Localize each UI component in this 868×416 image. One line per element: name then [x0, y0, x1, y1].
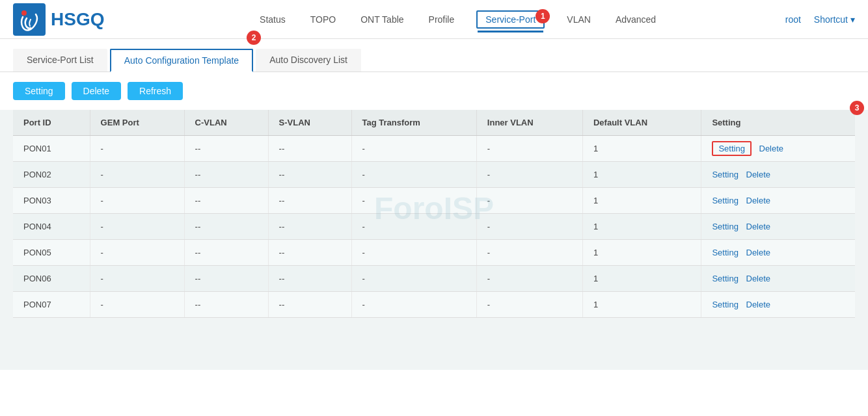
cell-gem-port: - — [90, 188, 184, 214]
logo-text: HSGQ — [51, 9, 104, 30]
table-container: Port ID GEM Port C-VLAN S-VLAN Tag Trans… — [0, 110, 868, 370]
cell-gem-port: - — [90, 266, 184, 292]
col-tag-transform: Tag Transform — [351, 110, 476, 136]
action-delete-link[interactable]: Delete — [746, 170, 771, 179]
cell-port-id: PON06 — [13, 266, 90, 292]
nav-service-port[interactable]: Service-Port — [476, 10, 545, 29]
cell-tag-transform: - — [351, 266, 476, 292]
nav-shortcut[interactable]: Shortcut ▾ — [814, 14, 855, 25]
cell-default-vlan: 1 — [582, 266, 701, 292]
cell-tag-transform: - — [351, 188, 476, 214]
action-delete-link[interactable]: Delete — [746, 248, 771, 257]
nav-advanced[interactable]: Advanced — [613, 10, 658, 29]
tab-auto-config[interactable]: Auto Configuration Template — [110, 49, 253, 72]
cell-inner-vlan: - — [476, 188, 582, 214]
badge-1: 1 — [536, 9, 550, 23]
cell-gem-port: - — [90, 136, 184, 162]
table-row: PON02 - -- -- - - 1 Setting Delete — [13, 162, 855, 188]
nav-vlan[interactable]: VLAN — [564, 10, 593, 29]
cell-actions: Setting Delete — [701, 162, 855, 188]
action-setting-link[interactable]: Setting — [712, 248, 738, 257]
main-nav: Status TOPO ONT Table Profile Service-Po… — [130, 10, 785, 29]
table-row: PON03 - -- -- - - 1 Setting Delete — [13, 188, 855, 214]
cell-default-vlan: 1 — [582, 214, 701, 240]
action-delete-link[interactable]: Delete — [759, 144, 784, 153]
setting-button[interactable]: Setting — [13, 82, 65, 100]
cell-inner-vlan: - — [476, 136, 582, 162]
nav-ont-table[interactable]: ONT Table — [358, 10, 406, 29]
cell-s-vlan: -- — [268, 162, 351, 188]
table-row: PON06 - -- -- - - 1 Setting Delete — [13, 266, 855, 292]
cell-inner-vlan: - — [476, 162, 582, 188]
action-setting-link[interactable]: Setting — [712, 300, 738, 309]
action-setting-link[interactable]: Setting — [712, 274, 738, 283]
tab-auto-config-wrap: Auto Configuration Template 2 — [110, 49, 253, 72]
cell-port-id: PON05 — [13, 240, 90, 266]
action-delete-link[interactable]: Delete — [746, 222, 771, 231]
cell-actions: Setting Delete — [701, 240, 855, 266]
col-c-vlan: C-VLAN — [184, 110, 268, 136]
main-table: Port ID GEM Port C-VLAN S-VLAN Tag Trans… — [13, 110, 855, 318]
cell-actions: Setting Delete — [701, 214, 855, 240]
action-delete-link[interactable]: Delete — [746, 274, 771, 283]
cell-tag-transform: - — [351, 136, 476, 162]
col-default-vlan: Default VLAN — [582, 110, 701, 136]
action-delete-link[interactable]: Delete — [746, 300, 771, 309]
cell-s-vlan: -- — [268, 188, 351, 214]
cell-default-vlan: 1 — [582, 240, 701, 266]
nav-status[interactable]: Status — [257, 10, 288, 29]
tab-service-port-list[interactable]: Service-Port List — [13, 49, 107, 72]
cell-s-vlan: -- — [268, 266, 351, 292]
action-delete-link[interactable]: Delete — [746, 196, 771, 205]
cell-actions: Setting Delete — [701, 188, 855, 214]
delete-button[interactable]: Delete — [72, 82, 121, 100]
action-setting-link[interactable]: Setting — [712, 170, 738, 179]
cell-c-vlan: -- — [184, 214, 268, 240]
col-setting: Setting 3 — [701, 110, 855, 136]
header: HSGQ Status TOPO ONT Table Profile Servi… — [0, 0, 868, 39]
table-row: PON07 - -- -- - - 1 Setting Delete — [13, 292, 855, 318]
cell-default-vlan: 1 — [582, 188, 701, 214]
nav-right: root Shortcut ▾ — [785, 14, 855, 25]
logo: HSGQ — [13, 3, 104, 36]
tab-auto-discovery[interactable]: Auto Discovery List — [256, 49, 361, 72]
cell-port-id: PON01 — [13, 136, 90, 162]
cell-inner-vlan: - — [476, 214, 582, 240]
nav-root[interactable]: root — [785, 14, 801, 25]
cell-s-vlan: -- — [268, 292, 351, 318]
toolbar: Setting Delete Refresh — [0, 72, 868, 110]
cell-actions: Setting Delete — [701, 292, 855, 318]
cell-gem-port: - — [90, 162, 184, 188]
cell-gem-port: - — [90, 292, 184, 318]
cell-tag-transform: - — [351, 162, 476, 188]
table-header-row: Port ID GEM Port C-VLAN S-VLAN Tag Trans… — [13, 110, 855, 136]
col-inner-vlan: Inner VLAN — [476, 110, 582, 136]
cell-gem-port: - — [90, 214, 184, 240]
cell-inner-vlan: - — [476, 292, 582, 318]
cell-tag-transform: - — [351, 240, 476, 266]
col-s-vlan: S-VLAN — [268, 110, 351, 136]
action-setting-link[interactable]: Setting — [712, 196, 738, 205]
table-row: PON01 - -- -- - - 1 Setting Delete — [13, 136, 855, 162]
chevron-down-icon: ▾ — [850, 14, 855, 25]
cell-c-vlan: -- — [184, 188, 268, 214]
nav-service-port-wrap: Service-Port 1 — [476, 14, 545, 25]
table-row: PON04 - -- -- - - 1 Setting Delete — [13, 214, 855, 240]
logo-icon — [13, 3, 46, 36]
cell-port-id: PON03 — [13, 188, 90, 214]
cell-default-vlan: 1 — [582, 136, 701, 162]
cell-inner-vlan: - — [476, 266, 582, 292]
cell-c-vlan: -- — [184, 240, 268, 266]
action-setting-link[interactable]: Setting — [712, 141, 751, 156]
cell-inner-vlan: - — [476, 240, 582, 266]
action-setting-link[interactable]: Setting — [712, 222, 738, 231]
cell-port-id: PON02 — [13, 162, 90, 188]
nav-topo[interactable]: TOPO — [308, 10, 338, 29]
cell-default-vlan: 1 — [582, 292, 701, 318]
cell-c-vlan: -- — [184, 292, 268, 318]
nav-profile[interactable]: Profile — [426, 10, 457, 29]
cell-port-id: PON04 — [13, 214, 90, 240]
cell-actions: Setting Delete — [701, 266, 855, 292]
refresh-button[interactable]: Refresh — [128, 82, 183, 100]
col-port-id: Port ID — [13, 110, 90, 136]
